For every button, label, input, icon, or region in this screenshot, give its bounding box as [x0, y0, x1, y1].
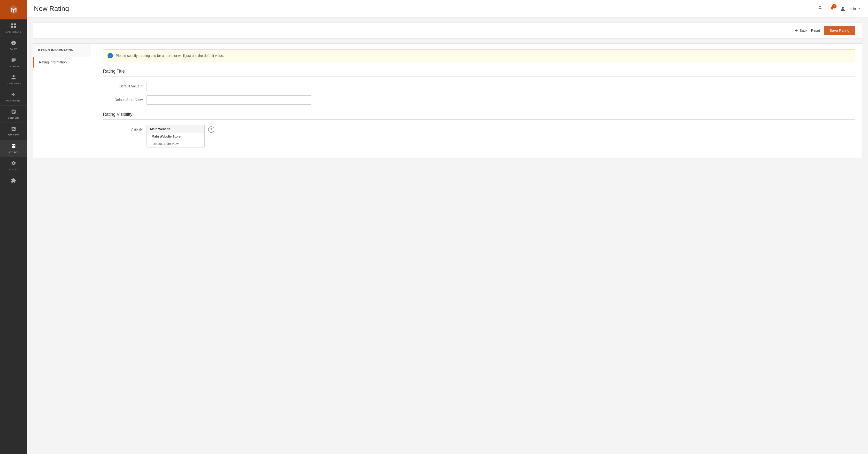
- default-value-label: Default Value *: [103, 82, 147, 88]
- visibility-select-row: Main Website Main Website Store Default …: [147, 125, 214, 148]
- form-nav-section-title: RATING INFORMATION: [38, 49, 73, 52]
- dashboard-icon: [11, 23, 16, 30]
- visibility-select-list[interactable]: Main Website Main Website Store Default …: [147, 125, 205, 148]
- sidebar: DASHBOARD SALES CATALOG CUSTOMERS MARKET…: [0, 0, 27, 454]
- search-button[interactable]: [817, 5, 824, 12]
- sidebar-item-sales[interactable]: SALES: [0, 37, 27, 54]
- back-arrow-icon: [795, 29, 798, 32]
- admin-menu[interactable]: admin: [840, 6, 861, 11]
- form-nav: RATING INFORMATION Rating Information: [33, 43, 91, 158]
- sidebar-item-reports-label: REPORTS: [8, 134, 20, 136]
- system-icon: [11, 161, 16, 167]
- user-icon: [840, 6, 845, 11]
- default-store-view-label: Default Store View: [103, 95, 147, 102]
- sidebar-item-marketing[interactable]: MARKETING: [0, 88, 27, 105]
- default-store-view-input[interactable]: [147, 95, 311, 105]
- form-nav-item-label: Rating Information: [39, 60, 67, 64]
- sidebar-item-system[interactable]: SYSTEM: [0, 157, 27, 174]
- main-area: New Rating 1 admin Back Reset: [27, 0, 868, 454]
- notice-message: Please specify a rating title for a stor…: [116, 54, 224, 58]
- rating-visibility-section-header: Rating Visibility: [103, 112, 855, 120]
- svg-rect-0: [11, 24, 13, 25]
- notice-box: i Please specify a rating title for a st…: [103, 50, 855, 62]
- required-star: *: [142, 84, 143, 88]
- sidebar-item-stores[interactable]: STORES: [0, 140, 27, 157]
- marketing-icon: [11, 92, 16, 98]
- default-value-input[interactable]: [147, 82, 311, 91]
- form-nav-item-rating-info[interactable]: Rating Information: [33, 57, 91, 68]
- search-icon: [818, 6, 823, 10]
- reset-button[interactable]: Reset: [811, 29, 820, 32]
- sidebar-item-catalog-label: CATALOG: [8, 65, 19, 68]
- sidebar-item-marketing-label: MARKETING: [6, 99, 21, 102]
- action-bar: Back Reset Save Rating: [33, 22, 862, 38]
- save-label: Save Rating: [830, 28, 849, 32]
- svg-rect-3: [14, 26, 16, 28]
- ext-icon: [11, 178, 16, 184]
- form-nav-section: RATING INFORMATION: [33, 43, 91, 57]
- sidebar-item-dashboard-label: DASHBOARD: [6, 31, 21, 33]
- sidebar-item-content[interactable]: CONTENT: [0, 105, 27, 123]
- sidebar-item-content-label: CONTENT: [7, 117, 20, 119]
- form-body: i Please specify a rating title for a st…: [96, 43, 862, 158]
- rating-form: RATING INFORMATION Rating Information i …: [33, 43, 862, 158]
- info-icon: i: [107, 53, 113, 58]
- catalog-icon: [11, 57, 16, 64]
- sidebar-item-stores-label: STORES: [8, 151, 19, 154]
- default-store-view-row: Default Store View: [103, 95, 855, 105]
- chevron-down-icon: [857, 7, 861, 11]
- main-website-store-group: Main Website Store: [147, 133, 205, 140]
- magento-logo-icon: [8, 4, 19, 15]
- admin-label: admin: [847, 7, 856, 11]
- visibility-label: Visibility: [103, 125, 147, 131]
- sidebar-item-catalog[interactable]: CATALOG: [0, 54, 27, 71]
- stores-icon: [11, 143, 16, 150]
- page-content: Back Reset Save Rating RATING INFORMATIO…: [27, 18, 868, 454]
- customers-icon: [11, 74, 16, 81]
- sidebar-item-sales-label: SALES: [9, 48, 18, 51]
- main-website-group: Main Website: [147, 125, 205, 133]
- svg-rect-2: [11, 26, 13, 28]
- sidebar-item-customers-label: CUSTOMERS: [6, 82, 22, 85]
- sales-icon: [11, 40, 16, 47]
- topbar-actions: 1 admin: [817, 5, 861, 12]
- sidebar-item-dashboard[interactable]: DASHBOARD: [0, 20, 27, 37]
- sidebar-item-system-label: SYSTEM: [8, 168, 19, 171]
- visibility-row: Visibility Main Website Main Website Sto…: [103, 125, 855, 148]
- reports-icon: [11, 126, 16, 133]
- rating-title-section-header: Rating Title: [103, 69, 855, 76]
- notifications-button[interactable]: 1: [829, 5, 836, 12]
- visibility-help-icon[interactable]: ?: [208, 126, 214, 133]
- sidebar-item-reports[interactable]: REPORTS: [0, 123, 27, 140]
- reset-label: Reset: [811, 29, 820, 32]
- default-value-row: Default Value *: [103, 82, 855, 91]
- topbar: New Rating 1 admin: [27, 0, 868, 18]
- save-rating-button[interactable]: Save Rating: [824, 26, 855, 35]
- default-store-view-option[interactable]: Default Store View: [147, 140, 205, 147]
- page-title: New Rating: [34, 5, 69, 12]
- sidebar-item-ext[interactable]: [0, 174, 27, 189]
- back-button[interactable]: Back: [795, 29, 807, 32]
- sidebar-item-customers[interactable]: CUSTOMERS: [0, 71, 27, 88]
- notification-count: 1: [832, 4, 837, 8]
- content-icon: [11, 109, 16, 116]
- svg-rect-1: [14, 24, 16, 25]
- back-label: Back: [800, 29, 807, 32]
- sidebar-logo: [0, 0, 27, 20]
